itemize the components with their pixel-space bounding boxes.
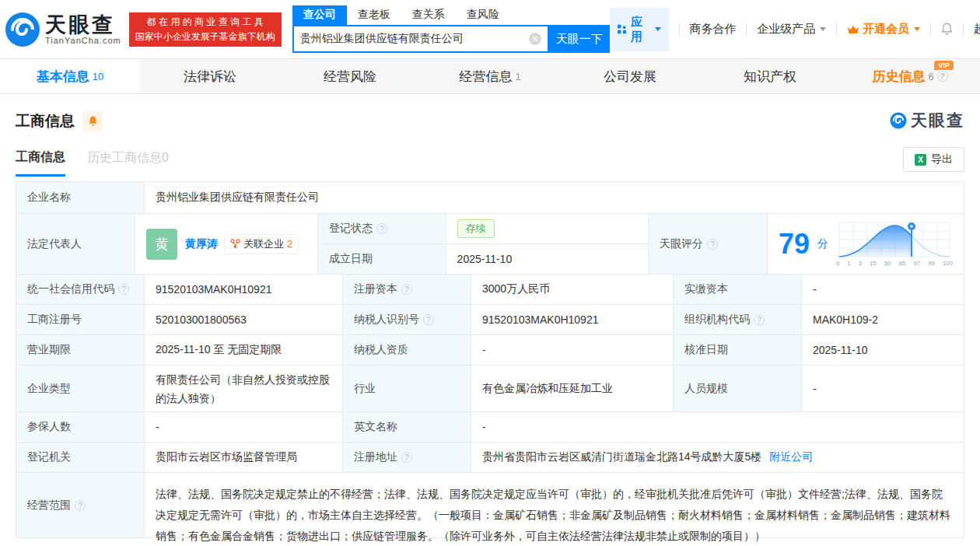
subtab-history-business-info[interactable]: 历史工商信息0 (87, 150, 169, 175)
help-icon[interactable] (118, 284, 129, 295)
search-input[interactable] (300, 33, 529, 45)
table-row: 法定代表人 黄 黄厚涛 关联企业 2 (16, 214, 964, 275)
taxpayer-id-value: 91520103MAK0H10921 (471, 305, 674, 334)
establish-date-value: 2025-11-10 (446, 244, 648, 274)
tianyancha-logo[interactable]: 天眼查 TianYanCha.com (5, 12, 121, 47)
related-count: 2 (287, 238, 292, 250)
search-button[interactable]: 天眼一下 (549, 25, 610, 53)
search-tab-relation[interactable]: 查关系 (401, 5, 456, 25)
chevron-down-icon (820, 27, 826, 31)
related-companies-badge[interactable]: 关联企业 2 (224, 234, 299, 254)
tab-count: 10 (93, 71, 103, 82)
business-info-table: 企业名称 贵州铝业集团供应链有限责任公司 法定代表人 黄 黄厚涛 关联企业 2 (16, 181, 964, 538)
nav-enterprise-products[interactable]: 企业级产品 (757, 22, 826, 37)
help-icon[interactable] (754, 314, 765, 325)
tab-label: 历史信息 (872, 68, 925, 86)
tab-business-info[interactable]: 经营信息 1 (420, 59, 560, 93)
tab-count: 6 (928, 71, 933, 82)
table-row: 统一社会信用代码 91520103MAK0H10921 注册资本 3000万人民… (16, 275, 964, 305)
header-nav: 应用 商务合作 企业级产品 开通会员 超级风... (610, 8, 980, 51)
chevron-down-icon (655, 27, 661, 31)
label-text: 天眼评分 (660, 237, 703, 251)
tab-label: 法律诉讼 (184, 68, 236, 86)
search-box: ✕ (292, 25, 549, 53)
tab-label: 知识产权 (744, 68, 796, 86)
help-icon[interactable] (401, 452, 412, 463)
tab-company-development[interactable]: 公司发展 (560, 59, 700, 93)
industry-label: 行业 (343, 366, 471, 411)
subtab-business-info[interactable]: 工商信息 (16, 149, 65, 177)
subscribe-bell-button[interactable] (82, 111, 103, 131)
tab-label: 基本信息 (37, 68, 89, 86)
business-scope-label: 经营范围 (16, 473, 145, 537)
divider (679, 23, 680, 36)
label-text: 注册资本 (354, 282, 397, 296)
top-header: 天眼查 TianYanCha.com 都 在 用 的 商 业 查 询 工 具 国… (0, 0, 980, 58)
reg-status-label: 登记状态 (318, 214, 446, 243)
business-scope-cell: 法律、法规、国务院决定规定禁止的不得经营；法律、法规、国务院决定规定应当许可（审… (145, 473, 964, 537)
legal-rep-name-link[interactable]: 黄厚涛 (185, 237, 218, 251)
establish-date-label: 成立日期 (318, 244, 446, 274)
address-label: 注册地址 (343, 443, 471, 472)
help-icon[interactable] (401, 284, 412, 295)
logo-title: 天眼查 (45, 14, 121, 36)
label-text: 经营范围 (27, 499, 71, 513)
search-tab-company[interactable]: 查公司 (292, 5, 347, 25)
tab-operational-risk[interactable]: 经营风险 (280, 59, 420, 93)
chart-axis-labels: 0 1 3 15 50 85 97 99 100 (836, 260, 953, 267)
apps-menu[interactable]: 应用 (610, 8, 669, 51)
tab-legal-proceedings[interactable]: 法律诉讼 (140, 59, 280, 93)
search-tab-boss[interactable]: 查老板 (347, 5, 401, 25)
axis-tick: 15 (870, 260, 877, 267)
slogan-line2: 国家中小企业发展子基金旗下机构 (135, 30, 275, 44)
company-type-label: 企业类型 (16, 366, 145, 411)
logo-domain: TianYanCha.com (45, 36, 121, 45)
table-row: 经营范围 法律、法规、国务院决定规定禁止的不得经营；法律、法规、国务院决定规定应… (16, 473, 964, 538)
watermark-logo: 天眼查 (890, 110, 964, 131)
nearby-companies-link[interactable]: 附近公司 (769, 450, 813, 464)
avatar[interactable]: 黄 (146, 229, 177, 260)
table-row: 工商注册号 520103001800563 纳税人识别号 91520103MAK… (16, 305, 964, 335)
axis-tick: 50 (884, 260, 891, 267)
tab-label: 经营风险 (324, 68, 376, 86)
paid-capital-label: 实缴资本 (674, 275, 802, 304)
business-term-label: 营业期限 (16, 335, 145, 365)
business-term-value: 2025-11-10 至 无固定期限 (145, 335, 343, 365)
org-code-label: 组织机构代码 (674, 305, 802, 334)
insured-label: 参保人数 (16, 412, 145, 442)
table-row: 企业名称 贵州铝业集团供应链有限责任公司 (16, 182, 964, 214)
label-text: 组织机构代码 (684, 313, 750, 327)
help-icon[interactable] (376, 223, 387, 234)
divider (836, 23, 837, 36)
table-row: 企业类型 有限责任公司（非自然人投资或控股的法人独资） 行业 有色金属冶炼和压延… (16, 366, 964, 412)
apps-grid-icon (618, 23, 626, 35)
reg-number-label: 工商注册号 (16, 305, 145, 334)
clear-search-icon[interactable]: ✕ (529, 33, 541, 45)
company-name-label: 企业名称 (16, 182, 145, 213)
help-icon[interactable] (423, 314, 434, 325)
search-tab-risk[interactable]: 查风险 (456, 5, 510, 25)
nav-super-risk[interactable]: 超级风... (974, 22, 980, 37)
help-icon[interactable] (707, 239, 718, 250)
score-cell[interactable]: 79 分 (768, 214, 964, 274)
score-value: 79 (779, 230, 810, 258)
notification-bell-icon[interactable] (941, 22, 953, 37)
approval-date-value: 2025-11-10 (802, 335, 964, 365)
super-risk-label: 超级风... (974, 22, 980, 37)
address-cell: 贵州省贵阳市云岩区威清门街道瑞金北路14号成黔大厦5楼 附近公司 (471, 443, 964, 472)
tab-basic-info[interactable]: 基本信息 10 (0, 59, 140, 93)
nav-cooperation[interactable]: 商务合作 (689, 22, 736, 37)
bell-curve-chart (836, 221, 953, 260)
export-button[interactable]: 导出 (903, 147, 964, 172)
axis-tick: 1 (847, 260, 850, 267)
tab-intellectual-property[interactable]: 知识产权 (700, 59, 840, 93)
status-badge: 存续 (457, 219, 495, 238)
help-icon[interactable] (937, 71, 948, 82)
vip-badge: VIP (934, 61, 954, 70)
axis-tick: 0 (836, 260, 839, 267)
nav-open-vip[interactable]: 开通会员 (847, 22, 920, 37)
tab-history-info[interactable]: VIP 历史信息 6 (840, 59, 980, 93)
help-icon[interactable] (75, 500, 86, 511)
org-chart-icon (230, 239, 240, 249)
reg-authority-value: 贵阳市云岩区市场监督管理局 (145, 443, 343, 472)
